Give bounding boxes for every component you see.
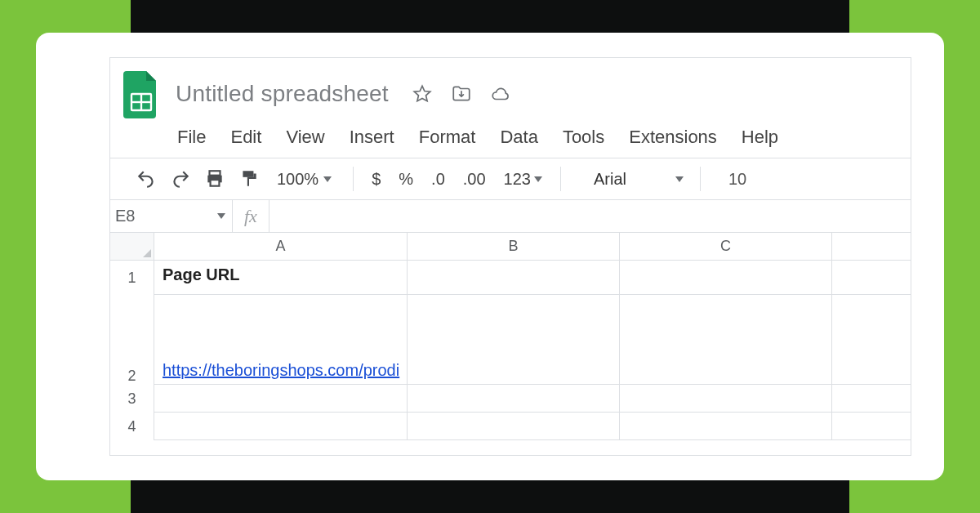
caret-down-icon (217, 213, 225, 219)
page-background: Untitled spreadsheet (0, 0, 980, 513)
formula-bar[interactable] (270, 200, 911, 232)
menu-file[interactable]: File (177, 127, 206, 148)
print-icon[interactable] (203, 167, 226, 190)
number-format-group: $ % .0 .00 123 (370, 170, 544, 189)
svg-rect-3 (210, 171, 220, 175)
cell-a4[interactable] (154, 413, 408, 440)
name-box-row: E8 fx (110, 200, 911, 233)
zoom-value: 100% (277, 170, 318, 189)
font-family-value: Arial (594, 170, 626, 189)
col-header-c[interactable]: C (620, 233, 832, 260)
cell-c3[interactable] (620, 385, 832, 413)
undo-icon[interactable] (135, 167, 158, 190)
menu-insert[interactable]: Insert (350, 127, 394, 148)
table-row: 2 https://theboringshops.com/prodi (110, 295, 911, 385)
col-header-b[interactable]: B (408, 233, 620, 260)
cell-c1[interactable] (620, 261, 832, 295)
paint-format-icon[interactable] (238, 167, 261, 190)
font-family-select[interactable]: Arial (594, 170, 684, 189)
menu-help[interactable]: Help (742, 127, 778, 148)
cloud-status-icon[interactable] (490, 83, 511, 105)
menu-edit[interactable]: Edit (230, 127, 261, 148)
cell-b1[interactable] (408, 261, 620, 295)
name-box[interactable]: E8 (110, 200, 233, 232)
sheets-app: Untitled spreadsheet (109, 57, 911, 456)
menu-extensions[interactable]: Extensions (629, 127, 717, 148)
row-header-3[interactable]: 3 (110, 385, 154, 413)
menu-tools[interactable]: Tools (563, 127, 604, 148)
row-header-2[interactable]: 2 (110, 295, 154, 385)
redo-icon[interactable] (169, 167, 192, 190)
currency-button[interactable]: $ (370, 170, 382, 189)
name-box-value: E8 (115, 207, 135, 225)
select-all-corner[interactable] (110, 233, 154, 260)
increase-decimal-button[interactable]: .00 (461, 170, 488, 189)
font-size-value[interactable]: 10 (728, 170, 746, 189)
title-bar: Untitled spreadsheet (110, 58, 911, 118)
col-header-a[interactable]: A (154, 233, 408, 260)
cell-a1[interactable]: Page URL (154, 261, 408, 295)
row-header-4[interactable]: 4 (110, 413, 154, 440)
more-formats-button[interactable]: 123 (502, 170, 544, 189)
more-formats-label: 123 (504, 170, 531, 189)
star-icon[interactable] (412, 83, 433, 105)
move-icon[interactable] (451, 83, 472, 105)
separator (700, 167, 701, 191)
document-title[interactable]: Untitled spreadsheet (176, 81, 389, 107)
spreadsheet-grid: A B C 1 Page URL 2 https://theboringshop… (110, 233, 911, 440)
percent-button[interactable]: % (397, 170, 415, 189)
sheets-logo-icon (122, 69, 161, 118)
table-row: 1 Page URL (110, 261, 911, 295)
svg-rect-5 (211, 180, 220, 186)
cell-b4[interactable] (408, 413, 620, 440)
caret-down-icon (323, 176, 332, 182)
toolbar: 100% $ % .0 .00 123 Arial (110, 158, 911, 200)
menu-bar: File Edit View Insert Format Data Tools … (110, 118, 911, 158)
svg-rect-6 (243, 171, 253, 177)
fx-label: fx (233, 200, 270, 232)
separator (353, 167, 354, 191)
menu-data[interactable]: Data (500, 127, 537, 148)
separator (560, 167, 561, 191)
cell-b2[interactable] (408, 295, 620, 385)
column-headers: A B C (110, 233, 911, 261)
table-row: 3 (110, 385, 911, 413)
decrease-decimal-button[interactable]: .0 (430, 170, 447, 189)
table-row: 4 (110, 413, 911, 440)
title-action-icons (412, 83, 511, 105)
screenshot-card: Untitled spreadsheet (36, 33, 944, 480)
cell-a3[interactable] (154, 385, 408, 413)
cell-c4[interactable] (620, 413, 832, 440)
cell-b3[interactable] (408, 385, 620, 413)
zoom-select[interactable]: 100% (277, 170, 332, 189)
caret-down-icon (675, 176, 684, 182)
caret-down-icon (534, 176, 542, 182)
row-header-1[interactable]: 1 (110, 261, 154, 295)
cell-c2[interactable] (620, 295, 832, 385)
menu-format[interactable]: Format (419, 127, 476, 148)
cell-a2[interactable]: https://theboringshops.com/prodi (154, 295, 408, 385)
menu-view[interactable]: View (286, 127, 324, 148)
cell-a2-link[interactable]: https://theboringshops.com/prodi (163, 361, 399, 380)
